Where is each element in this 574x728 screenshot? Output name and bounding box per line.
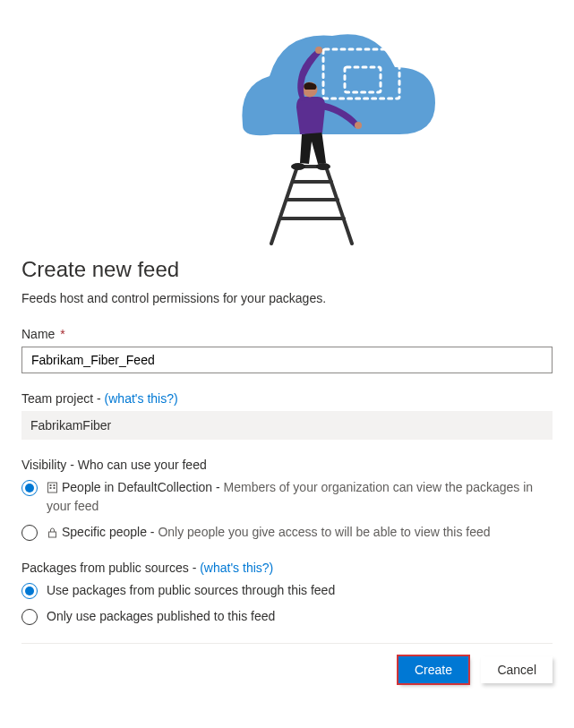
team-project-help-link[interactable]: (what's this?) bbox=[105, 391, 178, 406]
visibility-option-specific[interactable]: Specific people - Only people you give a… bbox=[21, 524, 553, 543]
illustration bbox=[0, 0, 574, 250]
svg-point-8 bbox=[291, 163, 305, 170]
name-input[interactable] bbox=[21, 347, 553, 373]
name-section: Name * bbox=[21, 327, 553, 373]
packages-option-only[interactable]: Only use packages published to this feed bbox=[21, 608, 553, 625]
page-subtitle: Feeds host and control permissions for y… bbox=[21, 291, 553, 305]
svg-point-9 bbox=[316, 163, 330, 170]
packages-option-public[interactable]: Use packages from public sources through… bbox=[21, 582, 553, 599]
packages-label: Packages from public sources - (what's t… bbox=[21, 561, 553, 575]
lock-icon bbox=[47, 526, 58, 543]
required-marker: * bbox=[60, 327, 64, 341]
team-project-label: Team project - (what's this?) bbox=[21, 391, 553, 406]
svg-rect-16 bbox=[50, 487, 52, 489]
radio-selected[interactable] bbox=[21, 583, 38, 599]
cloud-ladder-illustration bbox=[126, 0, 449, 246]
svg-point-11 bbox=[315, 47, 322, 54]
svg-rect-15 bbox=[54, 484, 56, 486]
visibility-radiogroup: People in DefaultCollection - Members of… bbox=[21, 479, 553, 543]
org-icon bbox=[47, 481, 58, 498]
create-button[interactable]: Create bbox=[398, 656, 468, 683]
svg-rect-13 bbox=[48, 483, 57, 492]
cancel-button[interactable]: Cancel bbox=[481, 656, 553, 683]
page-title: Create new feed bbox=[21, 257, 553, 282]
visibility-label: Visibility - Who can use your feed bbox=[21, 458, 553, 472]
svg-rect-18 bbox=[49, 532, 56, 537]
svg-rect-14 bbox=[50, 484, 52, 486]
team-project-section: Team project - (what's this?) FabrikamFi… bbox=[21, 391, 553, 440]
radio-unselected[interactable] bbox=[21, 525, 38, 541]
team-project-value: FabrikamFiber bbox=[21, 411, 553, 440]
dialog-footer: Create Cancel bbox=[21, 656, 553, 683]
radio-selected[interactable] bbox=[21, 480, 38, 496]
packages-section: Packages from public sources - (what's t… bbox=[21, 561, 553, 625]
radio-unselected[interactable] bbox=[21, 609, 38, 625]
packages-help-link[interactable]: (what's this?) bbox=[200, 561, 273, 575]
name-label: Name * bbox=[21, 327, 553, 341]
divider bbox=[21, 643, 553, 644]
packages-radiogroup: Use packages from public sources through… bbox=[21, 582, 553, 625]
visibility-option-org[interactable]: People in DefaultCollection - Members of… bbox=[21, 479, 553, 515]
svg-point-12 bbox=[355, 122, 362, 129]
visibility-section: Visibility - Who can use your feed Peopl… bbox=[21, 458, 553, 543]
svg-rect-17 bbox=[54, 487, 56, 489]
